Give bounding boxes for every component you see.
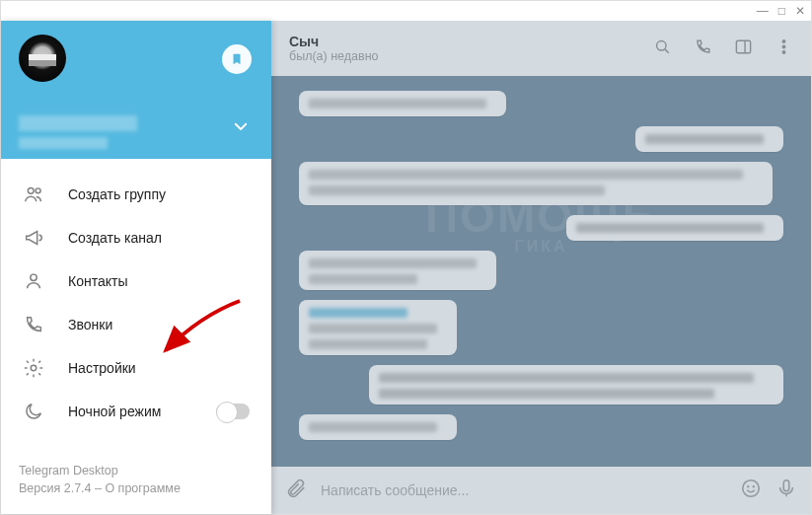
message-input[interactable] — [321, 482, 726, 498]
content-area: Создать группу Создать канал Контакты — [1, 21, 811, 514]
message-out[interactable] — [369, 365, 783, 405]
chat-header: Сыч был(а) недавно — [271, 21, 811, 76]
message-in[interactable] — [299, 91, 506, 116]
chevron-down-icon — [232, 117, 250, 135]
chat-area: Сыч был(а) недавно ПОМОЩЬГИКА — [271, 21, 811, 514]
paperclip-icon — [285, 478, 307, 499]
attach-button[interactable] — [285, 478, 307, 503]
more-icon — [775, 37, 793, 56]
smile-icon — [740, 478, 762, 499]
profile-name — [19, 115, 137, 131]
svg-point-2 — [31, 274, 37, 280]
group-icon — [23, 184, 44, 205]
chat-status: был(а) недавно — [289, 49, 379, 63]
menu-label: Ночной режим — [68, 404, 161, 419]
saved-messages-button[interactable] — [222, 44, 252, 74]
version-line: Версия 2.7.4 – О программе — [19, 479, 254, 498]
menu-label: Создать группу — [68, 186, 166, 202]
message-in[interactable] — [299, 162, 773, 205]
panel-icon — [734, 37, 753, 56]
svg-point-0 — [28, 187, 34, 193]
sidebar-footer: Telegram Desktop Версия 2.7.4 – О програ… — [1, 452, 271, 515]
window-maximize[interactable]: □ — [778, 4, 785, 18]
sidebar-header — [1, 21, 271, 159]
svg-rect-5 — [736, 40, 750, 53]
svg-point-7 — [782, 45, 785, 48]
profile-phone — [19, 137, 108, 149]
about-link[interactable]: О программе — [105, 481, 180, 495]
night-mode-toggle[interactable] — [216, 404, 250, 419]
bookmark-icon — [230, 52, 244, 66]
message-out[interactable] — [635, 126, 783, 152]
main-menu-sidebar: Создать группу Создать канал Контакты — [1, 21, 271, 514]
side-panel-button[interactable] — [734, 37, 753, 60]
chat-title-wrap[interactable]: Сыч был(а) недавно — [289, 34, 379, 63]
message-in[interactable] — [299, 251, 496, 290]
account-expand-button[interactable] — [232, 117, 250, 139]
more-button[interactable] — [775, 37, 793, 60]
svg-point-3 — [31, 365, 37, 371]
window-minimize[interactable]: — — [757, 4, 769, 18]
svg-point-10 — [748, 486, 749, 487]
search-button[interactable] — [653, 37, 672, 60]
app-name: Telegram Desktop — [19, 462, 254, 480]
message-composer — [271, 467, 811, 514]
svg-point-1 — [36, 188, 40, 193]
call-button[interactable] — [694, 37, 712, 60]
megaphone-icon — [23, 227, 44, 249]
window-titlebar: — □ ✕ — [1, 1, 811, 21]
svg-rect-12 — [783, 480, 789, 491]
voice-button[interactable] — [775, 478, 797, 503]
menu-label: Контакты — [68, 273, 127, 289]
chat-title: Сыч — [289, 34, 379, 49]
gear-icon — [23, 357, 44, 379]
menu-list: Создать группу Создать канал Контакты — [1, 159, 271, 452]
window-close[interactable]: ✕ — [795, 4, 805, 18]
menu-new-channel[interactable]: Создать канал — [1, 216, 271, 259]
menu-calls[interactable]: Звонки — [1, 303, 271, 346]
phone-icon — [694, 37, 712, 56]
menu-night-mode[interactable]: Ночной режим — [1, 390, 271, 433]
message-out[interactable] — [566, 215, 783, 241]
svg-point-11 — [753, 486, 754, 487]
menu-contacts[interactable]: Контакты — [1, 259, 271, 303]
emoji-button[interactable] — [740, 478, 762, 503]
user-avatar[interactable] — [19, 35, 66, 82]
call-icon — [23, 314, 44, 335]
menu-new-group[interactable]: Создать группу — [1, 173, 271, 216]
svg-point-4 — [657, 40, 667, 50]
svg-point-9 — [743, 480, 760, 497]
message-in[interactable] — [299, 300, 457, 355]
moon-icon — [23, 401, 44, 422]
contact-icon — [23, 270, 44, 292]
menu-settings[interactable]: Настройки — [1, 346, 271, 390]
svg-point-8 — [782, 50, 785, 53]
menu-label: Создать канал — [68, 230, 162, 246]
svg-point-6 — [782, 39, 785, 42]
mic-icon — [775, 478, 797, 499]
menu-label: Настройки — [68, 360, 136, 376]
menu-label: Звонки — [68, 317, 112, 332]
chat-actions — [653, 37, 793, 60]
app-window: — □ ✕ Создать гр — [0, 0, 812, 515]
message-in[interactable] — [299, 414, 457, 440]
messages-panel[interactable]: ПОМОЩЬГИКА — [271, 76, 811, 467]
search-icon — [653, 37, 672, 56]
